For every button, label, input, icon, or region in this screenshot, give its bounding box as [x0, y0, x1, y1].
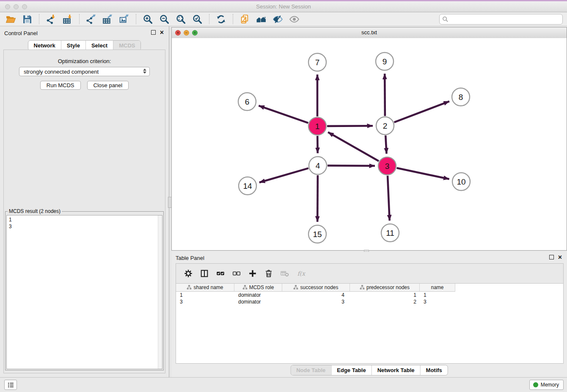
search-box[interactable]	[439, 14, 563, 25]
mcds-tab-content: Optimization criterion: strongly connect…	[3, 50, 165, 373]
table-cell[interactable]: 1	[176, 292, 234, 298]
zoom-button[interactable]	[22, 4, 27, 9]
first-neighbors-icon[interactable]	[255, 13, 268, 25]
graph-node-1[interactable]: 1	[308, 117, 326, 135]
column-header-shared-name[interactable]: shared name	[176, 284, 234, 292]
open-session-icon[interactable]	[4, 13, 17, 25]
graph-node-14[interactable]: 14	[239, 177, 256, 195]
graph-node-15[interactable]: 15	[308, 225, 326, 243]
optimization-criterion-select[interactable]: strongly connected component	[19, 67, 150, 76]
network-minimize-button[interactable]: −	[184, 30, 189, 36]
export-network-icon[interactable]	[85, 13, 98, 25]
minimize-button[interactable]	[14, 4, 19, 9]
node-label: 8	[459, 93, 463, 102]
list-icon	[7, 381, 14, 389]
edge-1-6[interactable]	[259, 106, 308, 123]
apply-layout-icon[interactable]	[215, 13, 228, 25]
save-session-icon[interactable]	[21, 13, 34, 25]
run-mcds-button[interactable]: Run MCDS	[40, 81, 81, 90]
close-panel-icon[interactable]: ×	[558, 255, 562, 259]
table-cell[interactable]: 1	[420, 292, 455, 298]
edge-2-9[interactable]	[385, 74, 385, 116]
graph-node-9[interactable]: 9	[376, 52, 394, 70]
graph-node-3[interactable]: 3	[378, 157, 396, 175]
tab-edge-table[interactable]: Edge Table	[331, 365, 371, 375]
network-close-button[interactable]: ×	[175, 30, 181, 36]
export-image-icon[interactable]	[118, 13, 131, 25]
mcds-result-line: 1	[9, 216, 157, 223]
network-window-title: scc.txt	[172, 28, 567, 38]
zoom-out-icon[interactable]	[158, 13, 171, 25]
edge-3-11[interactable]	[388, 176, 390, 221]
column-header-predecessor-nodes[interactable]: predecessor nodes	[350, 284, 420, 292]
network-canvas[interactable]: 7968124314101511	[172, 38, 567, 250]
mcds-result-textarea[interactable]: 13	[6, 215, 162, 369]
table-cell[interactable]: 3	[176, 299, 234, 305]
application-window: Session: New Session Control Panel × Net…	[0, 0, 567, 392]
show-columns-icon[interactable]	[198, 267, 211, 280]
graph-node-10[interactable]: 10	[452, 173, 470, 190]
graph-node-8[interactable]: 8	[452, 88, 470, 106]
tab-mcds[interactable]: MCDS	[113, 41, 140, 50]
clear-all-checks-icon[interactable]	[230, 267, 243, 280]
tab-node-table[interactable]: Node Table	[291, 365, 331, 375]
graph-node-7[interactable]: 7	[308, 53, 326, 71]
import-table-icon[interactable]	[61, 13, 74, 25]
network-maximize-button[interactable]: +	[192, 30, 198, 36]
table-cell[interactable]: dominator	[234, 299, 282, 305]
node-label: 1	[315, 122, 320, 131]
table-cell[interactable]: 2	[350, 299, 420, 305]
tab-network[interactable]: Network	[28, 41, 61, 50]
edge-3-10[interactable]	[397, 168, 449, 179]
edge-2-8[interactable]	[394, 101, 449, 122]
edge-4-3[interactable]	[328, 166, 375, 166]
table-cell[interactable]: 1	[350, 292, 420, 298]
graph-node-11[interactable]: 11	[381, 224, 399, 242]
edge-4-15[interactable]	[317, 175, 318, 222]
result-scrollbar[interactable]	[158, 215, 162, 369]
edge-2-3[interactable]	[385, 135, 386, 154]
tab-select[interactable]: Select	[85, 41, 113, 50]
zoom-selected-icon[interactable]	[191, 13, 204, 25]
hide-selected-icon[interactable]	[271, 13, 284, 25]
delete-columns-icon[interactable]	[262, 267, 275, 280]
table-cell[interactable]: 3	[420, 299, 455, 305]
close-panel-button[interactable]: Close panel	[87, 81, 129, 90]
zoom-in-icon[interactable]	[141, 13, 154, 25]
close-panel-icon[interactable]: ×	[160, 30, 164, 35]
float-panel-icon[interactable]	[549, 255, 554, 259]
table-cell[interactable]: 3	[282, 299, 350, 305]
status-bar: Memory	[0, 377, 567, 392]
optimization-criterion-value: strongly connected component	[24, 69, 99, 75]
search-icon	[442, 16, 449, 22]
tab-motifs[interactable]: Motifs	[420, 365, 448, 375]
column-header-MCDS-role[interactable]: MCDS role	[234, 284, 282, 292]
edge-3-1[interactable]	[328, 132, 379, 161]
graph-node-4[interactable]: 4	[309, 157, 327, 174]
delete-table-icon	[278, 267, 291, 280]
import-network-icon[interactable]	[44, 13, 58, 25]
select-all-checks-icon[interactable]	[214, 267, 227, 280]
export-table-icon[interactable]	[101, 13, 114, 25]
float-panel-icon[interactable]	[151, 30, 156, 35]
column-header-name[interactable]: name	[420, 284, 455, 292]
column-header-successor-nodes[interactable]: successor nodes	[282, 284, 350, 292]
edge-4-14[interactable]	[259, 168, 308, 182]
zoom-fit-icon[interactable]	[174, 13, 187, 25]
node-label: 11	[386, 229, 394, 237]
edge-1-2[interactable]	[327, 126, 373, 126]
tab-network-table[interactable]: Network Table	[372, 365, 420, 375]
create-column-icon[interactable]	[246, 267, 259, 280]
new-network-from-selection-icon[interactable]	[238, 13, 251, 25]
node-label: 15	[313, 230, 322, 239]
table-cell[interactable]: 4	[282, 292, 350, 298]
list-menu-button[interactable]	[4, 380, 17, 390]
memory-button[interactable]: Memory	[529, 380, 564, 390]
table-cell[interactable]: dominator	[234, 292, 282, 298]
table-settings-icon[interactable]	[182, 267, 195, 280]
graph-node-6[interactable]: 6	[238, 93, 256, 110]
graph-node-2[interactable]: 2	[376, 117, 394, 135]
close-button[interactable]	[5, 4, 10, 9]
search-input[interactable]	[450, 16, 562, 23]
tab-style[interactable]: Style	[61, 41, 85, 50]
